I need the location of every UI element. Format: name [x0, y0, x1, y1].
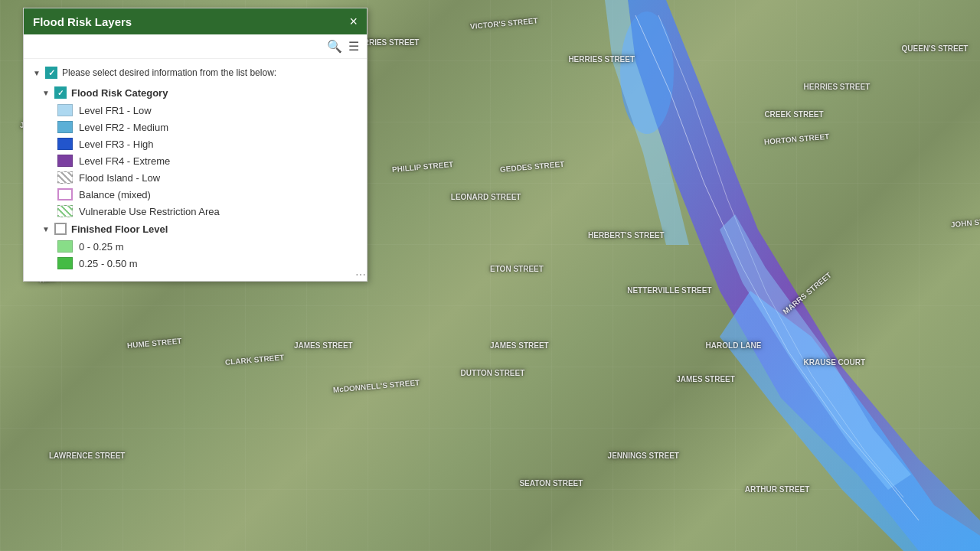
master-label: Please select desired information from t…	[62, 67, 276, 78]
label-fr1: Level FR1 - Low	[79, 105, 152, 116]
panel-header: Flood Risk Layers ×	[24, 8, 367, 34]
label-balance: Balance (mixed)	[79, 189, 151, 201]
section-flood-risk-title: Flood Risk Category	[71, 87, 168, 99]
label-fr4: Level FR4 - Extreme	[79, 155, 170, 167]
flood-risk-legend-items: Level FR1 - Low Level FR2 - Medium Level…	[30, 102, 361, 220]
legend-ffl2: 0.25 - 0.50 m	[54, 255, 361, 272]
legend-fr4: Level FR4 - Extreme	[54, 152, 361, 169]
legend-fr3: Level FR3 - High	[54, 135, 361, 152]
panel-toolbar: 🔍 ☰	[24, 34, 367, 59]
label-fr3: Level FR3 - High	[79, 139, 154, 150]
swatch-flood-island	[57, 171, 73, 184]
master-row: ▼ Please select desired information from…	[30, 62, 361, 83]
label-flood-island: Flood Island - Low	[79, 172, 160, 184]
label-ffl1: 0 - 0.25 m	[79, 241, 124, 253]
swatch-fr3	[57, 138, 73, 150]
finished-floor-legend-items: 0 - 0.25 m 0.25 - 0.50 m	[30, 238, 361, 272]
section-flood-risk-header: ▼ Flood Risk Category	[30, 83, 361, 102]
legend-fr1: Level FR1 - Low	[54, 102, 361, 119]
swatch-fr2	[57, 121, 73, 133]
panel-title: Flood Risk Layers	[33, 15, 132, 28]
swatch-fr1	[57, 104, 73, 116]
legend-fr2: Level FR2 - Medium	[54, 119, 361, 135]
label-ffl2: 0.25 - 0.50 m	[79, 258, 138, 269]
swatch-vulnerable	[57, 205, 73, 217]
label-fr2: Level FR2 - Medium	[79, 122, 168, 133]
search-icon[interactable]: 🔍	[327, 39, 342, 54]
label-vulnerable: Vulnerable Use Restriction Area	[79, 206, 220, 217]
filter-icon[interactable]: ☰	[348, 39, 359, 54]
legend-flood-island: Flood Island - Low	[54, 169, 361, 186]
swatch-fr4	[57, 155, 73, 167]
section-flood-risk: ▼ Flood Risk Category Level FR1 - Low Le…	[30, 83, 361, 220]
swatch-balance	[57, 188, 73, 201]
section-finished-floor-title: Finished Floor Level	[71, 223, 168, 235]
legend-balance: Balance (mixed)	[54, 186, 361, 203]
section-finished-floor-checkbox[interactable]	[54, 223, 67, 235]
master-toggle-arrow[interactable]: ▼	[33, 69, 41, 77]
swatch-ffl1	[57, 240, 73, 253]
legend-vulnerable: Vulnerable Use Restriction Area	[54, 203, 361, 220]
section-flood-risk-checkbox[interactable]	[54, 86, 67, 99]
panel-content: ▼ Please select desired information from…	[24, 59, 367, 281]
section-finished-floor-header: ▼ Finished Floor Level	[30, 220, 361, 238]
swatch-ffl2	[57, 257, 73, 269]
resize-handle[interactable]: ⋯	[354, 269, 367, 281]
section-finished-floor: ▼ Finished Floor Level 0 - 0.25 m 0.25 -…	[30, 220, 361, 272]
section-flood-risk-arrow[interactable]: ▼	[42, 89, 50, 97]
flood-main-channel	[628, 0, 980, 551]
legend-ffl1: 0 - 0.25 m	[54, 238, 361, 255]
section-finished-floor-arrow[interactable]: ▼	[42, 225, 50, 233]
close-button[interactable]: ×	[349, 15, 358, 28]
master-checkbox[interactable]	[45, 67, 57, 79]
flood-risk-panel: Flood Risk Layers × 🔍 ☰ ▼ Please select …	[23, 8, 368, 282]
